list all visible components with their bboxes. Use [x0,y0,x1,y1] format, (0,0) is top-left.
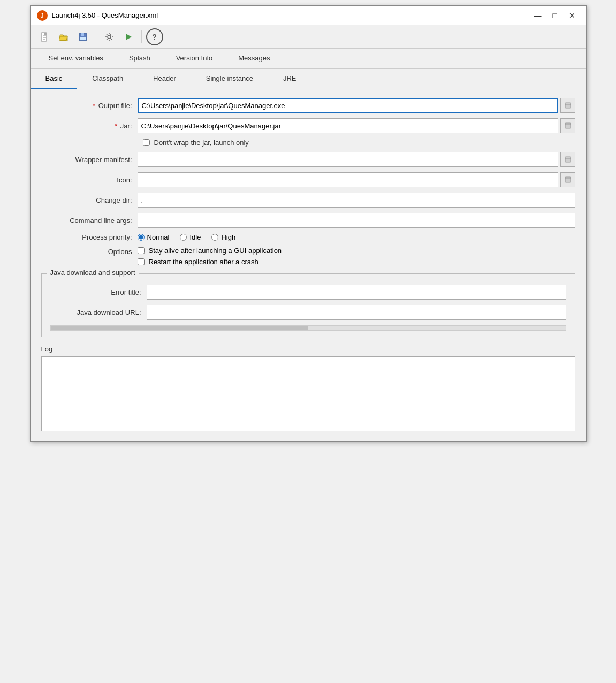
priority-high-label: High [221,233,235,241]
priority-normal-item[interactable]: Normal [138,233,170,241]
restart-item[interactable]: Restart the application after a crash [138,258,282,266]
java-section-content: Error title: Java download URL: [50,285,566,320]
maximize-button[interactable]: □ [547,10,562,21]
dont-wrap-label[interactable]: Dont't wrap the jar, launch only [154,139,249,147]
dont-wrap-row: Dont't wrap the jar, launch only [143,139,575,147]
nav-item-version-info[interactable]: Version Info [163,49,226,68]
priority-idle-label: Idle [189,233,201,241]
priority-high-item[interactable]: High [211,233,235,241]
command-line-args-input[interactable] [138,213,575,228]
tab-basic[interactable]: Basic [31,69,78,89]
icon-input[interactable] [138,172,558,187]
output-file-input-wrap [138,98,575,113]
process-priority-row: Process priority: Normal Idle High [41,233,575,241]
error-title-input[interactable] [147,285,566,300]
priority-idle-radio[interactable] [180,234,187,241]
close-button[interactable]: ✕ [565,10,580,21]
svg-rect-7 [80,37,86,40]
command-line-args-row: Command line args: [41,213,575,228]
output-file-label: * Output file: [41,102,138,110]
run-button[interactable] [120,28,137,45]
stay-alive-label: Stay alive after launching a GUI applica… [149,247,282,255]
nav-item-messages[interactable]: Messages [225,49,283,68]
priority-high-radio[interactable] [211,234,218,241]
java-section: Java download and support Error title: J… [41,273,575,337]
tab-single-instance[interactable]: Single instance [191,69,268,89]
command-line-args-label: Command line args: [41,217,138,225]
svg-rect-10 [565,103,571,108]
java-download-url-row: Java download URL: [50,305,566,320]
nav-bar: Set env. variables Splash Version Info M… [31,49,586,69]
jar-label: * Jar: [41,122,138,130]
log-divider [57,349,575,349]
output-file-input[interactable] [138,98,558,113]
log-title: Log [41,345,53,353]
save-button[interactable] [74,28,92,45]
stay-alive-checkbox[interactable] [138,247,145,254]
run-icon [124,32,133,42]
options-label: Options [41,247,138,256]
jar-input[interactable] [138,118,558,133]
options-row: Options Stay alive after launching a GUI… [41,247,575,266]
priority-radio-group: Normal Idle High [138,233,236,241]
wrapper-manifest-input-wrap [138,152,575,167]
dont-wrap-checkbox[interactable] [143,139,150,146]
svg-rect-12 [565,123,571,128]
priority-normal-label: Normal [147,233,170,241]
browse-icon-4 [565,176,571,183]
browse-icon-2 [565,122,571,129]
open-button[interactable] [55,28,72,45]
stay-alive-item[interactable]: Stay alive after launching a GUI applica… [138,247,282,255]
jar-browse-button[interactable] [560,118,575,133]
settings-button[interactable] [101,28,118,45]
browse-icon [565,102,571,109]
help-button[interactable]: ? [146,28,163,45]
change-dir-label: Change dir: [41,196,138,204]
svg-rect-14 [565,157,571,162]
jar-row: * Jar: [41,118,575,133]
output-file-browse-button[interactable] [560,98,575,113]
main-content: * Output file: * Jar: [31,89,586,441]
icon-label: Icon: [41,176,138,184]
title-bar-left: J Launch4j 3.50 - QuesManager.xml [37,10,158,21]
java-download-url-input[interactable] [147,305,566,320]
error-title-row: Error title: [50,285,566,300]
priority-normal-radio[interactable] [138,234,145,241]
new-button[interactable] [36,28,53,45]
output-file-row: * Output file: [41,98,575,113]
nav-item-set-env[interactable]: Set env. variables [36,49,116,68]
minimize-button[interactable]: — [530,10,545,21]
title-bar-controls: — □ ✕ [530,10,580,21]
log-textarea[interactable] [41,356,575,431]
java-download-url-label: Java download URL: [50,309,147,317]
svg-point-8 [108,35,111,39]
browse-icon-3 [565,156,571,163]
error-title-input-wrap [147,285,566,300]
restart-label: Restart the application after a crash [149,258,258,266]
process-priority-label: Process priority: [41,233,138,241]
tab-classpath[interactable]: Classpath [77,69,138,89]
icon-browse-button[interactable] [560,172,575,187]
nav-item-splash[interactable]: Splash [116,49,163,68]
error-title-label: Error title: [50,288,147,296]
toolbar-separator-2 [141,30,142,43]
jar-required: * [115,122,117,130]
new-icon [40,32,49,42]
window-title: Launch4j 3.50 - QuesManager.xml [52,11,158,19]
restart-checkbox[interactable] [138,258,145,265]
svg-rect-6 [81,33,84,36]
app-icon: J [37,10,48,21]
change-dir-input[interactable] [138,193,575,208]
gear-icon [104,32,114,42]
wrapper-manifest-browse-button[interactable] [560,152,575,167]
tab-jre[interactable]: JRE [268,69,311,89]
wrapper-manifest-label: Wrapper manifest: [41,156,138,164]
tab-header[interactable]: Header [138,69,191,89]
svg-marker-9 [126,34,132,40]
wrapper-manifest-input[interactable] [138,152,558,167]
priority-idle-item[interactable]: Idle [180,233,201,241]
toolbar: ? [31,25,586,49]
save-icon [78,32,88,42]
java-section-title: Java download and support [47,268,139,277]
horizontal-scrollbar[interactable] [50,325,566,331]
